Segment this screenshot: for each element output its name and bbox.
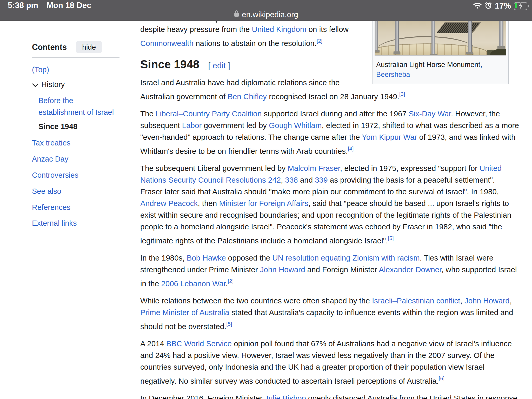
sidebar-item-references[interactable]: References	[24, 202, 125, 213]
wiki-link[interactable]: Minister for Foreign Affairs	[219, 199, 308, 208]
text-segment: . However, the	[451, 109, 500, 118]
status-time-date: 5:38 pm Mon 18 Dec	[8, 1, 91, 10]
text-segment: "even-handed" approach to relations. The…	[140, 133, 362, 141]
text-segment: While relations between the two countrie…	[140, 296, 372, 305]
wiki-link[interactable]: Labor	[182, 121, 202, 130]
text-segment: Australian government of	[140, 92, 228, 101]
text-segment: In the 1980s,	[140, 254, 187, 262]
wiki-link[interactable]: Malcolm Fraser	[288, 164, 340, 172]
text-segment: .	[226, 279, 228, 288]
text-line: Nations Security Council Resolutions 242…	[140, 174, 512, 186]
text-segment: opinion poll found that 67% of Australia…	[232, 339, 512, 348]
text-segment: , said that "peace should be based ... u…	[308, 199, 509, 208]
edit-section: [ edit ]	[208, 61, 230, 70]
text-segment: , elected in 1972, shifted to what was d…	[322, 121, 519, 130]
text-segment: of 1973, and was linked with	[417, 133, 516, 141]
wiki-link[interactable]: 338	[285, 176, 298, 184]
wiki-link[interactable]: Bob Hawke	[187, 254, 226, 262]
wiki-link[interactable]: BBC World Service	[166, 339, 232, 348]
battery-percent-label: 17%	[495, 1, 511, 11]
text-segment: stated that Australia's capacity to infl…	[229, 308, 513, 317]
wiki-link[interactable]: Commonwealth	[140, 39, 194, 48]
figure-caption: Australian Light Horse Monument, Beershe…	[373, 58, 491, 84]
photo-vegetation	[487, 47, 506, 56]
section-heading-text: Since 1948	[140, 58, 200, 71]
sidebar-item-history[interactable]: History	[24, 79, 125, 90]
reference-link[interactable]: [5]	[226, 321, 232, 327]
text-segment: in the	[140, 279, 161, 288]
status-right-cluster: 17%	[473, 1, 527, 11]
text-segment: legitimate rights of the Palestinians in…	[140, 236, 388, 245]
wiki-link[interactable]: Andrew Peacock	[140, 199, 198, 208]
reference-link[interactable]: [2]	[317, 38, 322, 44]
text-segment: A 2014	[140, 339, 166, 348]
text-segment: , then	[198, 199, 219, 208]
wiki-link[interactable]: Liberal–Country Party Coalition	[156, 109, 262, 118]
wiki-link[interactable]: United	[480, 164, 502, 172]
text-segment: , elected in 1975, expressed "support fo…	[340, 164, 480, 172]
text-segment: on its fellow	[307, 25, 349, 34]
reference-link[interactable]: [2]	[228, 278, 234, 284]
wiki-link[interactable]: Ben Chifley	[228, 92, 267, 101]
wiki-link[interactable]: John Howard	[464, 296, 510, 305]
text-segment: people to a homeland alongside Israel". …	[140, 222, 502, 231]
text-line: A 2014 BBC World Service opinion poll fo…	[140, 338, 512, 349]
wiki-link[interactable]: Nations Security Council Resolutions 242	[140, 176, 281, 184]
paragraph: A 2014 BBC World Service opinion poll fo…	[140, 338, 512, 384]
paragraph: In December 2016, Foreign Minister Julie…	[140, 392, 512, 399]
address-bar[interactable]: en.wikipedia.org	[234, 10, 298, 19]
text-line: in the 2006 Lebanon War.[2]	[140, 275, 512, 287]
text-segment: strengthened under Prime Minister	[140, 265, 260, 274]
wiki-link[interactable]: Julie Bishop	[265, 394, 306, 399]
text-line: In the 1980s, Bob Hawke opposed the UN r…	[140, 252, 512, 264]
reference-link[interactable]: [4]	[348, 146, 354, 151]
sidebar-item-label: History	[41, 79, 65, 90]
text-segment: and 24% had a positive view. However, Is…	[140, 351, 495, 360]
sidebar-item-controversies[interactable]: Controversies	[24, 169, 125, 181]
wiki-link[interactable]: 2006 Lebanon War	[161, 279, 225, 288]
text-line: strengthened under Prime Minister John H…	[140, 264, 512, 275]
wiki-link[interactable]: Yom Kippur War	[362, 133, 417, 141]
wiki-link[interactable]: Gough Whitlam	[269, 121, 322, 130]
wiki-link[interactable]: Israeli–Palestinian conflict	[372, 296, 460, 305]
text-segment: Israel and Australia have had diplomatic…	[140, 78, 340, 87]
text-line: countries surveyed, only Indonesia and t…	[140, 361, 512, 373]
wiki-link[interactable]: Alexander Downer	[379, 265, 441, 274]
status-date: Mon 18 Dec	[46, 1, 91, 10]
reference-link[interactable]: [6]	[439, 376, 444, 381]
reference-link[interactable]: [3]	[399, 91, 405, 97]
photo-grate	[436, 22, 481, 33]
text-line: people to a homeland alongside Israel". …	[140, 221, 512, 232]
text-segment: and Foreign Minister	[305, 265, 379, 274]
text-segment: supported Israel during and after the 19…	[262, 109, 409, 118]
text-segment: ,	[460, 296, 464, 305]
wiki-link[interactable]: Prime Minister of Australia	[140, 308, 229, 317]
edit-link[interactable]: edit	[213, 61, 226, 70]
hide-contents-button[interactable]: hide	[76, 41, 102, 53]
wiki-link[interactable]: John Howard	[260, 265, 305, 274]
text-segment: In December 2016, Foreign Minister	[140, 394, 265, 399]
paragraph: While relations between the two countrie…	[140, 295, 512, 330]
sidebar-item-external-links[interactable]: External links	[24, 217, 125, 229]
sidebar-item-label: establishment of Israel	[38, 107, 125, 118]
reference-link[interactable]: [5]	[388, 235, 394, 241]
wiki-link[interactable]: 339	[315, 176, 328, 184]
text-line: While relations between the two countrie…	[140, 295, 512, 307]
sidebar-item-since-1948[interactable]: Since 1948	[24, 121, 125, 132]
contents-divider	[32, 57, 119, 58]
text-segment: openly distanced Australia from the Unit…	[306, 394, 517, 399]
wifi-icon	[473, 2, 482, 10]
text-line: The subsequent Liberal government led by…	[140, 162, 512, 174]
text-line: Andrew Peacock, then Minister for Foreig…	[140, 197, 512, 209]
sidebar-item-top[interactable]: (Top)	[24, 64, 125, 76]
sidebar-item-tax-treaties[interactable]: Tax treaties	[24, 137, 125, 149]
sidebar-item-anzac-day[interactable]: Anzac Day	[24, 153, 125, 165]
caption-link-beersheba[interactable]: Beersheba	[376, 71, 410, 78]
wiki-link[interactable]: UN resolution equating Zionism with raci…	[272, 254, 420, 262]
sidebar-item-before-the-establishment-of-israel[interactable]: Before theestablishment of Israel	[24, 95, 125, 118]
text-line: In December 2016, Foreign Minister Julie…	[140, 392, 512, 399]
wiki-link[interactable]: United Kingdom	[252, 25, 307, 34]
sidebar-item-see-also[interactable]: See also	[24, 185, 125, 197]
text-segment: , who supported Israel	[441, 265, 517, 274]
wiki-link[interactable]: Six-Day War	[409, 109, 451, 118]
